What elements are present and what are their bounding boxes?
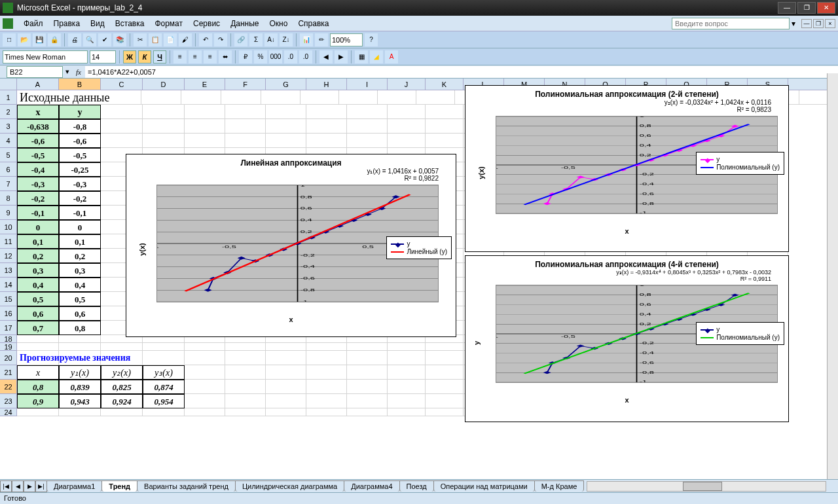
- undo-icon[interactable]: ↶: [199, 33, 212, 46]
- cell-J24[interactable]: [388, 408, 426, 416]
- cell-A14[interactable]: 0,4: [17, 278, 59, 292]
- row-header-15[interactable]: 15: [0, 292, 17, 306]
- percent-icon[interactable]: %: [254, 50, 267, 63]
- cell-E1[interactable]: [261, 90, 300, 105]
- cell-B13[interactable]: 0,3: [59, 263, 101, 278]
- cell-F23[interactable]: [225, 394, 266, 408]
- cell-G19[interactable]: [266, 343, 306, 351]
- autosum-icon[interactable]: Σ: [249, 33, 263, 46]
- maximize-button[interactable]: ❐: [797, 2, 816, 14]
- cell-J20[interactable]: [388, 351, 426, 365]
- row-header-13[interactable]: 13: [0, 263, 17, 278]
- cell-B22[interactable]: 0,839: [59, 380, 101, 394]
- chart-linear[interactable]: Линейная аппроксимация y₁(x) = 1,0416x +…: [126, 154, 456, 337]
- help-icon[interactable]: ?: [365, 33, 378, 46]
- cell-G4[interactable]: [266, 134, 306, 148]
- spell-icon[interactable]: ✔: [98, 33, 111, 46]
- cut-icon[interactable]: ✂: [134, 33, 147, 46]
- font-size-combo[interactable]: [90, 50, 116, 63]
- name-box-dropdown-icon[interactable]: ▾: [63, 67, 72, 76]
- menu-Правка[interactable]: Правка: [48, 18, 86, 29]
- cell-K19[interactable]: [426, 343, 464, 351]
- cell-I21[interactable]: [347, 365, 388, 380]
- row-header-11[interactable]: 11: [0, 234, 17, 249]
- cell-A5[interactable]: -0,5: [17, 148, 59, 162]
- col-header-F[interactable]: F: [225, 79, 266, 90]
- menu-Сервис[interactable]: Сервис: [188, 18, 225, 29]
- cell-D19[interactable]: [143, 343, 185, 351]
- cell-A18[interactable]: [17, 335, 59, 343]
- col-header-H[interactable]: H: [306, 79, 347, 90]
- cell-D1[interactable]: [221, 90, 261, 105]
- tab-nav-prev-icon[interactable]: ◀: [12, 480, 24, 492]
- cell-C3[interactable]: [101, 119, 143, 134]
- save-icon[interactable]: 💾: [33, 33, 46, 46]
- cell-F24[interactable]: [225, 408, 266, 416]
- cell-G24[interactable]: [266, 408, 306, 416]
- select-all-corner[interactable]: [0, 79, 17, 90]
- cell-J4[interactable]: [388, 134, 426, 148]
- sheet-tab-Диаграмма4[interactable]: Диаграмма4: [344, 480, 399, 492]
- chart-poly4[interactable]: Полиномиальная аппроксимация (4-й степен…: [465, 255, 789, 422]
- col-header-K[interactable]: K: [426, 79, 464, 90]
- cell-B4[interactable]: -0,6: [59, 134, 101, 148]
- name-box[interactable]: [7, 66, 63, 78]
- help-question-input[interactable]: [672, 18, 790, 29]
- borders-icon[interactable]: ▦: [355, 50, 368, 63]
- row-header-4[interactable]: 4: [0, 134, 17, 148]
- close-button[interactable]: ✕: [817, 2, 835, 14]
- cell-C2[interactable]: [101, 105, 143, 119]
- row-header-5[interactable]: 5: [0, 148, 17, 162]
- cell-H24[interactable]: [306, 408, 347, 416]
- cell-D2[interactable]: [143, 105, 185, 119]
- fx-icon[interactable]: fx: [76, 68, 81, 76]
- hyperlink-icon[interactable]: 🔗: [234, 33, 247, 46]
- merge-icon[interactable]: ⬌: [219, 50, 232, 63]
- cell-F1[interactable]: [301, 90, 339, 105]
- preview-icon[interactable]: 🔍: [83, 33, 96, 46]
- cell-D23[interactable]: 0,954: [143, 394, 185, 408]
- menu-Окно[interactable]: Окно: [264, 18, 293, 29]
- align-left-icon[interactable]: ≡: [173, 50, 187, 63]
- row-header-9[interactable]: 9: [0, 206, 17, 220]
- sheet-tab-Цилиндрическая диаграмма[interactable]: Цилиндрическая диаграмма: [235, 480, 344, 492]
- cell-I20[interactable]: [347, 351, 388, 365]
- row-header-17[interactable]: 17: [0, 321, 17, 335]
- cell-B17[interactable]: 0,8: [59, 321, 101, 335]
- cell-G20[interactable]: [266, 351, 306, 365]
- cell-H20[interactable]: [306, 351, 347, 365]
- row-header-2[interactable]: 2: [0, 105, 17, 119]
- open-icon[interactable]: 📂: [18, 33, 31, 46]
- minimize-button[interactable]: —: [778, 2, 796, 14]
- underline-button[interactable]: Ч: [153, 50, 166, 63]
- doc-restore-button[interactable]: ❐: [813, 19, 824, 28]
- tab-nav-first-icon[interactable]: |◀: [0, 480, 12, 492]
- cell-A8[interactable]: -0,2: [17, 191, 59, 206]
- col-header-D[interactable]: D: [143, 79, 185, 90]
- cell-H2[interactable]: [306, 105, 347, 119]
- col-header-A[interactable]: A: [17, 79, 59, 90]
- new-icon[interactable]: □: [3, 33, 16, 46]
- cell-B11[interactable]: 0,1: [59, 234, 101, 249]
- chart-poly2[interactable]: Полиномиальная аппроксимация (2-й степен…: [465, 85, 789, 252]
- cell-B10[interactable]: 0: [59, 220, 101, 234]
- cell-I19[interactable]: [347, 343, 388, 351]
- cell-G1[interactable]: [339, 90, 378, 105]
- cell-H1[interactable]: [378, 90, 416, 105]
- cell-B9[interactable]: -0,1: [59, 206, 101, 220]
- app-logo-icon[interactable]: [3, 18, 13, 29]
- row-header-20[interactable]: 20: [0, 351, 17, 365]
- cell-A4[interactable]: -0,6: [17, 134, 59, 148]
- col-header-C[interactable]: C: [101, 79, 143, 90]
- cell-C22[interactable]: 0,825: [101, 380, 143, 394]
- cell-E22[interactable]: [185, 380, 225, 394]
- drawing-icon[interactable]: ✏: [315, 33, 328, 46]
- cell-H21[interactable]: [306, 365, 347, 380]
- inc-indent-icon[interactable]: ▶: [335, 50, 348, 63]
- cell-C1[interactable]: [181, 90, 221, 105]
- cell-C4[interactable]: [101, 134, 143, 148]
- cell-K21[interactable]: [426, 365, 464, 380]
- sheet-tab-Тренд[interactable]: Тренд: [101, 480, 137, 492]
- formula-input[interactable]: [85, 66, 838, 78]
- cell-I2[interactable]: [347, 105, 388, 119]
